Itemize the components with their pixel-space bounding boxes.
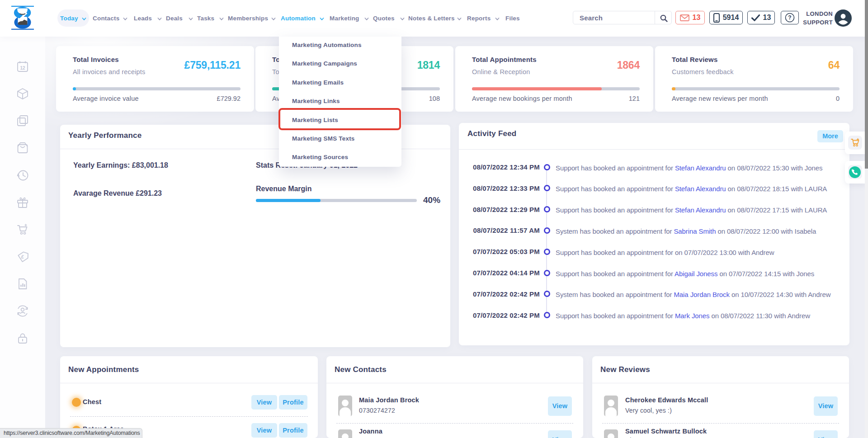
svg-text:12: 12: [20, 66, 25, 71]
svg-text:£: £: [21, 254, 24, 259]
svg-text:?: ?: [788, 14, 791, 21]
